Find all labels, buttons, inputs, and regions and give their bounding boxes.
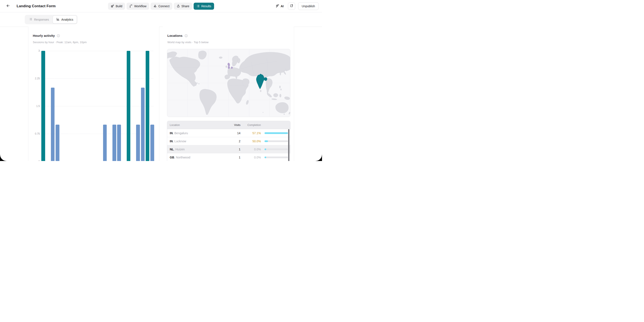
location-cell: GB, Northwood <box>170 156 221 159</box>
visits-cell: 1 <box>221 156 240 159</box>
locations-table: Location Visits Completion IN, Bengaluru… <box>167 121 290 161</box>
open-external-button[interactable] <box>288 2 295 10</box>
hour-bar-21[interactable] <box>141 88 145 161</box>
location-cell: IN, Bengaluru <box>170 132 221 135</box>
back-button[interactable] <box>5 3 11 9</box>
y-axis-tick-2.25: 2.25 <box>30 77 40 80</box>
y-axis-tick-3: 3 <box>30 49 40 52</box>
y-axis-tick-1.5: 1.5 <box>30 104 40 108</box>
info-icon[interactable] <box>184 34 188 37</box>
header-right-cluster: AI Unpublish <box>274 2 318 10</box>
gridline-y-2.25 <box>42 78 153 79</box>
hour-bar-2[interactable] <box>51 88 55 161</box>
bar-fill <box>264 132 288 134</box>
bar-track <box>264 132 288 134</box>
hour-bar-22[interactable] <box>146 51 150 161</box>
table-scrollbar[interactable] <box>288 129 290 161</box>
map-country-india[interactable] <box>256 74 264 89</box>
hour-bar-16[interactable] <box>117 125 121 161</box>
locations-title: Locations <box>168 34 182 37</box>
map-region-northeast-india[interactable] <box>264 77 267 81</box>
bar-track <box>264 140 288 142</box>
location-row-nl-huizen[interactable]: NL, Huizen10.0% <box>167 145 290 153</box>
screen-corner-bottom-left <box>0 155 6 161</box>
city-name: , Huizen <box>174 148 185 151</box>
visits-cell: 1 <box>221 148 240 151</box>
map-country-united-kingdom[interactable] <box>228 63 230 69</box>
city-name: , Bengaluru <box>173 132 188 135</box>
gridline-y-1.5 <box>42 106 153 106</box>
workflow-icon <box>129 4 133 8</box>
ai-label: AI <box>281 4 284 8</box>
nav-button-share[interactable]: Share <box>174 2 192 9</box>
blocks-icon <box>111 4 114 8</box>
top-header: Landing Contact Form BuildWorkflowConnec… <box>0 0 322 12</box>
tab-label-responses: Responses <box>34 18 49 21</box>
hour-bar-3[interactable] <box>56 125 60 161</box>
nav-button-build[interactable]: Build <box>108 2 125 9</box>
tab-label-analytics: Analytics <box>61 18 73 21</box>
bar-fill <box>264 157 266 158</box>
city-name: , Northwood <box>174 156 190 159</box>
hour-bar-20[interactable] <box>136 125 140 161</box>
locations-panel: Locations World map by visits · Top 5 be… <box>163 27 294 161</box>
hour-bar-23[interactable] <box>150 125 154 161</box>
location-cell: NL, Huizen <box>170 148 221 151</box>
tab-responses[interactable]: Responses <box>25 15 52 24</box>
bar-track <box>264 149 288 150</box>
ai-button[interactable]: AI <box>274 3 285 9</box>
world-map <box>167 49 290 117</box>
screen-corner-bottom-right <box>316 155 322 161</box>
country-code: NL <box>170 148 174 151</box>
location-cell: IN, Lucknow <box>170 140 221 143</box>
hour-bar-18[interactable] <box>127 51 130 161</box>
location-row-in-bengaluru[interactable]: IN, Bengaluru1457.1% <box>167 129 290 137</box>
tab-analytics[interactable]: Analytics <box>52 15 77 24</box>
nav-button-results[interactable]: Results <box>194 2 214 9</box>
nav-button-workflow[interactable]: Workflow <box>126 2 149 9</box>
nav-label-results: Results <box>201 4 211 8</box>
sparkles-icon <box>275 4 280 8</box>
completion-cell: 0.0% <box>240 148 261 151</box>
visits-cell: 2 <box>221 140 240 143</box>
hourly-activity-subtitle: Sessions by hour · Peak: 12am, 6pm, 10pm <box>33 41 87 44</box>
share-icon <box>176 4 180 8</box>
y-axis-tick-0.75: 0.75 <box>30 132 40 136</box>
city-name: , Lucknow <box>173 140 186 143</box>
visits-share-bar <box>264 132 288 134</box>
results-list-icon <box>196 4 200 8</box>
unpublish-button[interactable]: Unpublish <box>298 2 318 10</box>
bar-fill <box>264 140 268 142</box>
page-title: Landing Contact Form <box>16 4 56 8</box>
external-link-icon <box>290 4 293 8</box>
nav-button-connect[interactable]: Connect <box>151 2 172 9</box>
visits-cell: 14 <box>221 132 240 135</box>
nav-label-workflow: Workflow <box>134 4 146 8</box>
back-arrow-icon <box>6 3 10 8</box>
hour-bar-15[interactable] <box>112 125 116 161</box>
nav-label-build: Build <box>116 4 122 8</box>
column-header-location: Location <box>170 124 221 127</box>
visits-share-bar <box>264 140 288 142</box>
completion-cell: 57.1% <box>240 132 261 135</box>
country-code: IN <box>170 140 173 143</box>
bar-chart-icon <box>56 17 60 21</box>
hourly-bar-chart: 32.251.50.750 <box>41 51 154 161</box>
country-code: GB <box>170 156 174 159</box>
main-nav: BuildWorkflowConnectShareResults <box>108 2 214 9</box>
location-row-gb-northwood[interactable]: GB, Northwood10.0% <box>167 153 290 161</box>
list-icon <box>29 17 32 21</box>
bar-fill <box>264 149 266 150</box>
hour-bar-13[interactable] <box>103 125 107 161</box>
locations-table-header: Location Visits Completion <box>167 121 290 129</box>
connect-icon <box>154 4 157 8</box>
hourly-activity-title: Hourly activity <box>33 34 55 37</box>
nav-label-share: Share <box>182 4 189 8</box>
map-landmasses <box>168 51 290 115</box>
locations-subtitle: World map by visits · Top 5 below <box>168 41 208 44</box>
results-subnav: ResponsesAnalytics <box>0 12 322 27</box>
country-code: IN <box>170 132 173 135</box>
info-icon[interactable] <box>57 34 60 37</box>
location-row-in-lucknow[interactable]: IN, Lucknow250.0% <box>167 137 290 145</box>
hour-bar-0[interactable] <box>41 51 45 161</box>
